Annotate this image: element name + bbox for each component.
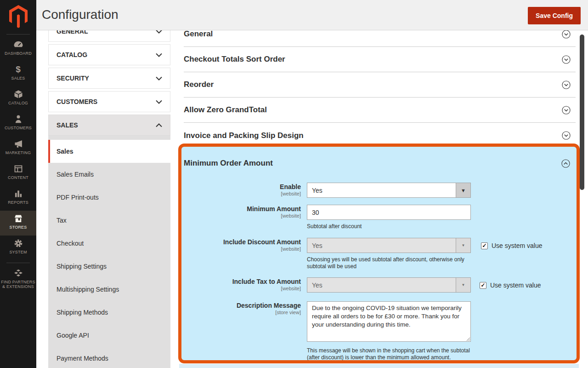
marketing-icon: [0, 139, 36, 150]
config-sections: General Checkout Totals Sort Order Reord…: [184, 30, 576, 148]
config-group-label: SALES: [57, 121, 78, 129]
sidebar-item-system[interactable]: SYSTEM: [0, 236, 36, 260]
sales-subnav: Sales Sales Emails PDF Print-outs Tax Ch…: [48, 136, 170, 368]
sidebar-item-label: FIND PARTNERS & EXTENSIONS: [0, 280, 36, 289]
config-group-label: CATALOG: [57, 51, 87, 58]
collapse-section-icon[interactable]: [561, 159, 570, 168]
subnav-item-tax[interactable]: Tax: [48, 209, 170, 232]
magento-logo[interactable]: [0, 0, 36, 30]
sidebar-item-content[interactable]: CONTENT: [0, 161, 36, 186]
sidebar-item-label: CUSTOMERS: [0, 126, 36, 130]
section-allow-zero-grandtotal[interactable]: Allow Zero GrandTotal: [184, 98, 576, 123]
field-scope: [website]: [184, 246, 301, 252]
sidebar-item-label: CONTENT: [0, 175, 36, 180]
dashboard-icon: [0, 40, 36, 50]
field-scope: [store view]: [184, 310, 301, 316]
subnav-item-payment-methods[interactable]: Payment Methods: [48, 347, 170, 368]
sidebar-item-label: STORES: [0, 225, 36, 230]
section-checkout-totals-sort-order[interactable]: Checkout Totals Sort Order: [184, 47, 576, 72]
sidebar-item-dashboard[interactable]: DASHBOARD: [0, 37, 36, 62]
sidebar-item-find-partners[interactable]: FIND PARTNERS & EXTENSIONS: [0, 265, 36, 290]
page-header: Configuration Save Config: [36, 0, 588, 30]
field-label: Minimum Amount: [184, 206, 301, 213]
field-label: Include Tax to Amount: [184, 278, 301, 285]
field-row-include-tax: Include Tax to Amount [website] Yes ▼ ✓ …: [184, 277, 570, 293]
subnav-item-pdf-print-outs[interactable]: PDF Print-outs: [48, 186, 170, 209]
sidebar-item-marketing[interactable]: MARKETING: [0, 136, 36, 161]
field-note: Choosing yes will be used subtotal after…: [307, 256, 472, 270]
config-nav: GENERAL CATALOG SECURITY CUSTOMERS SALES…: [48, 30, 170, 368]
subnav-item-google-api[interactable]: Google API: [48, 324, 170, 347]
catalog-icon: [0, 90, 36, 100]
sidebar-divider: [6, 34, 30, 34]
subnav-item-multishipping-settings[interactable]: Multishipping Settings: [48, 278, 170, 301]
use-system-value-toggle[interactable]: ✓ Use system value: [481, 242, 542, 249]
chevron-down-icon: [156, 100, 162, 104]
sidebar-item-label: REPORTS: [0, 200, 36, 205]
expand-section-icon[interactable]: [562, 80, 571, 89]
expand-section-icon[interactable]: [562, 106, 571, 115]
expand-section-icon[interactable]: [562, 30, 571, 39]
system-icon: [0, 239, 36, 249]
select-arrow-icon: ▼: [456, 183, 470, 197]
enable-select[interactable]: Yes ▼: [307, 183, 471, 198]
next-section-strip: [179, 364, 579, 368]
sidebar-item-label: SALES: [0, 76, 36, 80]
field-row-description-message: Description Message [store view] Due to …: [184, 301, 570, 361]
sidebar-item-stores[interactable]: STORES: [0, 211, 36, 236]
sidebar-item-label: CATALOG: [0, 101, 36, 105]
description-message-textarea[interactable]: Due to the ongoing COVID-19 situation we…: [307, 301, 471, 342]
expand-section-icon[interactable]: [562, 131, 571, 140]
section-reorder[interactable]: Reorder: [184, 72, 576, 98]
chevron-up-icon: [156, 123, 162, 127]
config-group-label: SECURITY: [57, 75, 89, 82]
subnav-item-sales-emails[interactable]: Sales Emails: [48, 163, 170, 186]
select-arrow-icon: ▼: [456, 238, 470, 253]
field-note: This message will be shown in the shoppi…: [307, 347, 472, 361]
minimum-amount-input[interactable]: [307, 205, 471, 220]
config-group-sales[interactable]: SALES: [48, 115, 170, 136]
field-label: Description Message: [184, 302, 301, 309]
field-row-minimum-amount: Minimum Amount [website] Subtotal after …: [184, 205, 570, 230]
vertical-scrollbar[interactable]: [580, 34, 584, 190]
sidebar-item-label: SYSTEM: [0, 250, 36, 254]
subnav-item-checkout[interactable]: Checkout: [48, 232, 170, 255]
subnav-item-shipping-settings[interactable]: Shipping Settings: [48, 255, 170, 278]
field-scope: [website]: [184, 213, 301, 219]
sidebar-item-sales[interactable]: $ SALES: [0, 62, 36, 86]
checkbox-checked-icon[interactable]: ✓: [480, 282, 486, 289]
save-config-button[interactable]: Save Config: [528, 7, 581, 24]
minimum-order-amount-section: Minimum Order Amount Enable [website] Ye…: [178, 144, 580, 363]
config-group-general[interactable]: GENERAL: [48, 30, 170, 42]
config-group-customers[interactable]: CUSTOMERS: [48, 91, 170, 112]
include-tax-select: Yes ▼: [307, 277, 471, 293]
expand-section-icon[interactable]: [562, 55, 571, 64]
admin-sidebar: DASHBOARD $ SALES CATALOG CUSTOMERS MARK…: [0, 0, 36, 368]
use-system-value-toggle[interactable]: ✓ Use system value: [480, 282, 541, 289]
stores-icon: [0, 214, 36, 224]
sidebar-item-label: MARKETING: [0, 150, 36, 155]
page-title: Configuration: [42, 7, 119, 22]
chevron-down-icon: [156, 30, 162, 34]
sidebar-item-catalog[interactable]: CATALOG: [0, 86, 36, 111]
section-general[interactable]: General: [184, 30, 576, 47]
field-scope: [website]: [184, 191, 301, 197]
config-group-label: GENERAL: [57, 30, 88, 35]
sales-icon: $: [0, 65, 36, 75]
field-label: Enable: [184, 184, 301, 190]
checkbox-checked-icon[interactable]: ✓: [481, 242, 488, 249]
section-title: Minimum Order Amount: [184, 159, 273, 168]
field-row-enable: Enable [website] Yes ▼: [184, 183, 570, 198]
subnav-item-shipping-methods[interactable]: Shipping Methods: [48, 301, 170, 324]
include-discount-select: Yes ▼: [307, 238, 471, 253]
sidebar-item-customers[interactable]: CUSTOMERS: [0, 111, 36, 136]
chevron-down-icon: [156, 76, 162, 80]
chevron-down-icon: [156, 53, 162, 57]
config-group-catalog[interactable]: CATALOG: [48, 44, 170, 65]
reports-icon: [0, 189, 36, 199]
sidebar-item-reports[interactable]: REPORTS: [0, 186, 36, 211]
config-group-security[interactable]: SECURITY: [48, 68, 170, 89]
field-note: Subtotal after discount: [307, 223, 471, 230]
subnav-item-sales[interactable]: Sales: [48, 140, 170, 163]
field-row-include-discount: Include Discount Amount [website] Yes ▼ …: [184, 238, 570, 270]
